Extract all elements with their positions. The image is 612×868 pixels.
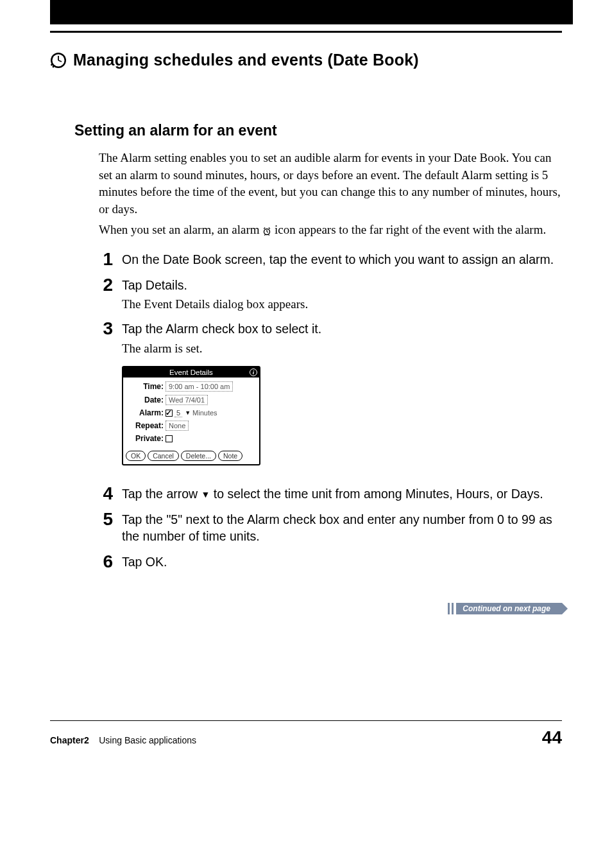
time-label: Time: <box>127 382 166 391</box>
step-number: 4 <box>99 485 113 503</box>
event-details-dialog: Event Details i Time: 9:00 am - 10:00 am… <box>122 366 260 465</box>
step-number: 6 <box>99 553 113 571</box>
step-instruction: On the Date Book screen, tap the event t… <box>122 252 562 268</box>
step-4: 4 Tap the arrow ▼ to select the time uni… <box>99 486 562 504</box>
ok-button[interactable]: OK <box>126 451 146 461</box>
stripe-icon <box>452 603 454 614</box>
event-details-dialog-figure: Event Details i Time: 9:00 am - 10:00 am… <box>122 366 562 465</box>
datebook-icon <box>50 52 67 69</box>
svg-line-8 <box>267 232 268 232</box>
stripe-icon <box>448 603 450 614</box>
page-footer: Chapter2 Using Basic applications 44 <box>50 720 562 748</box>
alarm-unit-dropdown-arrow[interactable]: ▼ <box>185 410 191 416</box>
continued-flag: Continued on next page <box>456 603 562 614</box>
continued-banner: Continued on next page <box>448 602 562 615</box>
down-arrow-icon: ▼ <box>201 489 210 500</box>
steps-list: 1 On the Date Book screen, tap the event… <box>99 252 562 571</box>
step-number: 1 <box>99 250 113 268</box>
svg-point-4 <box>51 64 53 65</box>
intro-2b: icon appears to the far right of the eve… <box>275 223 546 236</box>
dialog-title: Event Details <box>169 369 213 376</box>
step-1: 1 On the Date Book screen, tap the event… <box>99 252 562 270</box>
step-3: 3 Tap the Alarm check box to select it. … <box>99 321 562 478</box>
step-instruction: Tap the arrow ▼ to select the time unit … <box>122 486 562 503</box>
step-number: 2 <box>99 276 113 294</box>
private-label: Private: <box>127 434 166 443</box>
step-note: The alarm is set. <box>122 340 562 358</box>
chapter-title-row: Managing schedules and events (Date Book… <box>50 51 562 69</box>
title-separator <box>50 31 562 33</box>
repeat-label: Repeat: <box>127 421 166 430</box>
page-number: 44 <box>542 727 562 748</box>
step-2: 2 Tap Details. The Event Details dialog … <box>99 277 562 313</box>
svg-line-10 <box>269 235 269 236</box>
alarm-value-field[interactable]: 5 <box>174 409 182 417</box>
step-number: 5 <box>99 510 113 528</box>
chapter-title: Managing schedules and events (Date Book… <box>73 51 419 69</box>
step4-text-a: Tap the arrow <box>122 487 201 501</box>
step-5: 5 Tap the "5" next to the Alarm check bo… <box>99 512 562 546</box>
cancel-button[interactable]: Cancel <box>148 451 179 461</box>
step-instruction: Tap the "5" next to the Alarm check box … <box>122 512 562 544</box>
step-number: 3 <box>99 320 113 338</box>
intro-paragraph-1: The Alarm setting enables you to set an … <box>99 150 562 218</box>
svg-line-9 <box>265 235 266 236</box>
step4-text-b: to select the time unit from among Minut… <box>210 487 543 501</box>
dialog-titlebar: Event Details i <box>123 367 259 378</box>
intro-paragraph-2: When you set an alarm, an alarm icon app… <box>99 221 562 239</box>
section-title: Setting an alarm for an event <box>74 122 562 139</box>
intro-2a: When you set an alarm, an alarm <box>99 223 262 236</box>
step-instruction: Tap Details. <box>122 277 562 294</box>
alarm-unit: Minutes <box>192 409 217 417</box>
footer-chapter-text: Using Basic applications <box>99 735 196 745</box>
time-field[interactable]: 9:00 am - 10:00 am <box>166 381 233 392</box>
step-note: The Event Details dialog box appears. <box>122 296 562 313</box>
date-label: Date: <box>127 395 166 404</box>
step-6: 6 Tap OK. <box>99 554 562 572</box>
alarm-label: Alarm: <box>127 408 166 417</box>
alarm-icon <box>262 227 271 236</box>
svg-point-5 <box>53 65 55 67</box>
top-band <box>50 0 573 24</box>
private-checkbox[interactable] <box>166 435 173 442</box>
info-icon[interactable]: i <box>250 369 257 376</box>
delete-button[interactable]: Delete... <box>181 451 216 461</box>
step-instruction: Tap the Alarm check box to select it. <box>122 321 562 338</box>
repeat-field[interactable]: None <box>166 421 189 431</box>
date-field[interactable]: Wed 7/4/01 <box>166 395 208 405</box>
step-instruction: Tap OK. <box>122 554 562 571</box>
footer-chapter-label: Chapter2 <box>50 735 89 745</box>
note-button[interactable]: Note <box>218 451 242 461</box>
alarm-checkbox[interactable] <box>166 410 173 417</box>
